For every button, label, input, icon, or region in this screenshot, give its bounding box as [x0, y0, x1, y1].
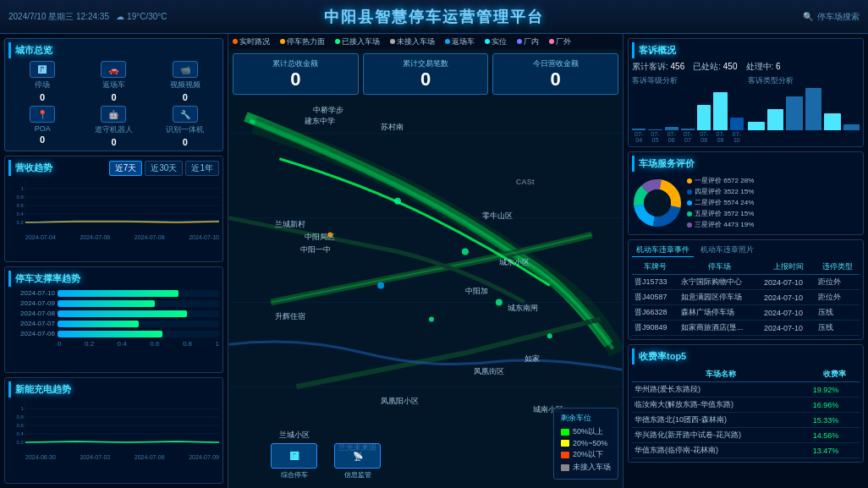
list-item: 华德东路北(10团西-森林南)15.33%: [632, 413, 860, 428]
svg-text:0.4: 0.4: [17, 211, 25, 217]
svg-point-24: [462, 249, 469, 255]
svg-text:0.4: 0.4: [17, 431, 25, 436]
parking-support-section: 停车支撑率趋势 2024-07-10 2024-07-09 2024-07-08…: [4, 266, 223, 373]
car-icon: 🚗: [101, 61, 126, 78]
top5-col-name: 车场名称: [632, 367, 810, 382]
incident-sub-tabs[interactable]: 机动车违章事件 机动车违章照片: [632, 244, 860, 257]
svg-point-25: [377, 282, 384, 288]
svg-text:如家: 如家: [525, 354, 540, 363]
parking-support-title: 停车支撑率趋势: [8, 271, 219, 287]
tab-7days[interactable]: 近7天: [109, 161, 143, 176]
stat-card-total-revenue: 累计总收金额 0: [233, 53, 359, 95]
header: 2024/7/10 星期三 12:24:35 ☁ 19°C/30°C 中阳县智慧…: [0, 0, 868, 34]
legend-item-real: 实位: [485, 36, 507, 47]
complaint-section: 客诉概况 累计客诉: 456 已处站: 450 处理中: 6 客诉等级分析: [628, 38, 864, 147]
svg-text:0.8: 0.8: [17, 195, 25, 200]
ov-item-parking: 🅿 停场 0: [8, 61, 76, 102]
map-area[interactable]: 中桥学步 建东中学 苏村南 兰城新村 中阳局区 中阳一中 升辉住宿 零牛山区 城…: [228, 49, 623, 488]
svg-text:中桥学步: 中桥学步: [313, 106, 343, 114]
col-plate: 车牌号: [632, 260, 678, 275]
ov-item-returning-car: 🚗 返场车 0: [80, 61, 147, 102]
sub-tab-events[interactable]: 机动车违章事件: [632, 244, 694, 257]
table-row: 晋J40587如意满园区停车场2024-07-10距位外: [632, 290, 860, 305]
complaint-level-chart: 客诉等级分析 07-04 07-05 07-06 07-07 07-08: [632, 75, 744, 143]
svg-text:城东小区: 城东小区: [498, 258, 530, 266]
table-row: 晋J90849如家商旅酒店(垦...2024-07-10压线: [632, 321, 860, 336]
svg-point-27: [327, 233, 332, 238]
svg-text:1: 1: [21, 186, 25, 191]
search-icon: 🔍: [803, 12, 813, 21]
parking-icon: 🅿: [30, 61, 55, 78]
revenue-tab-bar[interactable]: 近7天 近30天 近1年: [109, 161, 219, 176]
new-energy-title: 新能充电趋势: [8, 381, 219, 398]
list-item: 华兴路化(新开路中试卷-花兴路)14.56%: [632, 428, 860, 443]
legend-item-connected: 已接入车场: [335, 36, 380, 47]
svg-text:兰城小区: 兰城小区: [279, 430, 310, 439]
map-legend: 剩余车位 50%以上 20%~50% 20%以下 未接入车场: [553, 408, 618, 480]
device-icon: 🔧: [173, 106, 198, 123]
ov-item-video: 📹 视频视频 0: [151, 61, 219, 102]
stat-card-transactions: 累计交易笔数 0: [363, 53, 489, 95]
col-time: 上报时间: [761, 260, 816, 275]
legend-item-returning: 返场车: [445, 36, 475, 47]
parking-support-chart: 2024-07-10 2024-07-09 2024-07-08 2024-07…: [8, 289, 219, 348]
parking-service-section: 车场服务评价: [628, 151, 864, 235]
svg-text:苏村南: 苏村南: [381, 123, 404, 131]
top5-section: 收费率top5 车场名称 收费率 华州路(爱长东路段)19.92%临汝南大(解放…: [628, 344, 864, 463]
donut-chart: [632, 178, 683, 228]
table-row: 晋J66328森林广场停车场2024-07-10压线: [632, 305, 860, 321]
poa-icon: 📍: [30, 106, 55, 123]
svg-text:中阳加: 中阳加: [465, 287, 488, 295]
overview-grid: 🅿 停场 0 🚗 返场车 0 📹 视频视频 0 📍 POA 0 🤖 道: [8, 61, 219, 147]
ov-item-robot: 🤖 道守机器人 0: [80, 106, 147, 147]
revenue-trend-title: 营收趋势: [8, 160, 52, 176]
complaint-level-labels: 07-04 07-05 07-06 07-07 07-08 07-09 07-1…: [632, 131, 744, 143]
legend-bar: 实时路况 停车热力面 已接入车场 未接入车场 返场车 实位 厂内 厂外: [228, 34, 623, 49]
svg-point-28: [429, 316, 434, 321]
stat-card-today-revenue: 今日营收金额 0: [492, 53, 618, 95]
legend-item-indoor: 厂内: [517, 36, 539, 47]
svg-text:0.2: 0.2: [17, 220, 25, 225]
sub-tab-photos[interactable]: 机动车违章照片: [696, 244, 758, 257]
stats-row: 累计总收金额 0 累计交易笔数 0 今日营收金额 0: [228, 51, 623, 97]
legend-item-heatmap: 停车热力面: [280, 36, 325, 47]
new-energy-section: 新能充电趋势 1 0.8 0.6 0.4 0.2 2024-06-302024-…: [4, 377, 223, 484]
svg-text:凤凰街区: 凤凰街区: [474, 367, 504, 376]
top5-table: 车场名称 收费率 华州路(爱长东路段)19.92%临汝南大(解放东路-华值东路)…: [632, 367, 860, 458]
header-title: 中阳县智慧停车运营管理平台: [324, 7, 544, 27]
parking-icon-composite: 🅿 综合停车: [271, 443, 317, 480]
donut-section: 一星评价 6572 28% 四星评价 3522 15% 二星评价 5574 24…: [632, 174, 860, 231]
svg-point-29: [547, 333, 552, 338]
legend-item-realtime: 实时路况: [233, 36, 270, 47]
svg-text:CASt: CASt: [516, 178, 535, 186]
ov-item-poa: 📍 POA 0: [8, 106, 76, 147]
svg-text:0.6: 0.6: [17, 423, 25, 428]
svg-text:中阳一中: 中阳一中: [300, 245, 331, 254]
robot-icon: 🤖: [101, 106, 126, 123]
complaint-type-bars: [748, 88, 860, 130]
svg-point-26: [496, 299, 503, 305]
header-datetime: 2024/7/10 星期三 12:24:35 ☁ 19°C/30°C: [8, 11, 168, 23]
complaint-level-bars: [632, 88, 744, 130]
col-type: 违停类型: [816, 260, 860, 275]
svg-text:0.8: 0.8: [17, 414, 25, 419]
svg-text:升辉住宿: 升辉住宿: [275, 312, 305, 321]
complaint-charts: 客诉等级分析 07-04 07-05 07-06 07-07 07-08: [632, 75, 860, 143]
city-overview-section: 城市总览 🅿 停场 0 🚗 返场车 0 📹 视频视频 0 📍 POA 0: [4, 38, 223, 151]
tab-1year[interactable]: 近1年: [185, 161, 219, 176]
complaint-title: 客诉概况: [632, 42, 860, 58]
incidents-section: 机动车违章事件 机动车违章照片 车牌号 停车场 上报时间 违停类型 晋J1573…: [628, 239, 864, 340]
complaint-stats: 累计客诉: 456 已处站: 450 处理中: 6: [632, 61, 860, 73]
header-search[interactable]: 🔍 停车场搜索: [803, 11, 860, 23]
svg-point-23: [394, 198, 401, 205]
top5-title: 收费率top5: [632, 348, 860, 365]
complaint-type-chart: 客诉类型分析: [748, 75, 860, 143]
video-icon: 📹: [173, 61, 198, 78]
top5-col-rate: 收费率: [810, 367, 860, 382]
col-lot: 停车场: [678, 260, 761, 275]
legend-item-outdoor: 厂外: [549, 36, 571, 47]
left-panel: 城市总览 🅿 停场 0 🚗 返场车 0 📹 视频视频 0 📍 POA 0: [0, 34, 228, 488]
tab-30days[interactable]: 近30天: [145, 161, 183, 176]
svg-text:建东中学: 建东中学: [304, 117, 335, 125]
svg-text:零牛山区: 零牛山区: [482, 211, 513, 220]
